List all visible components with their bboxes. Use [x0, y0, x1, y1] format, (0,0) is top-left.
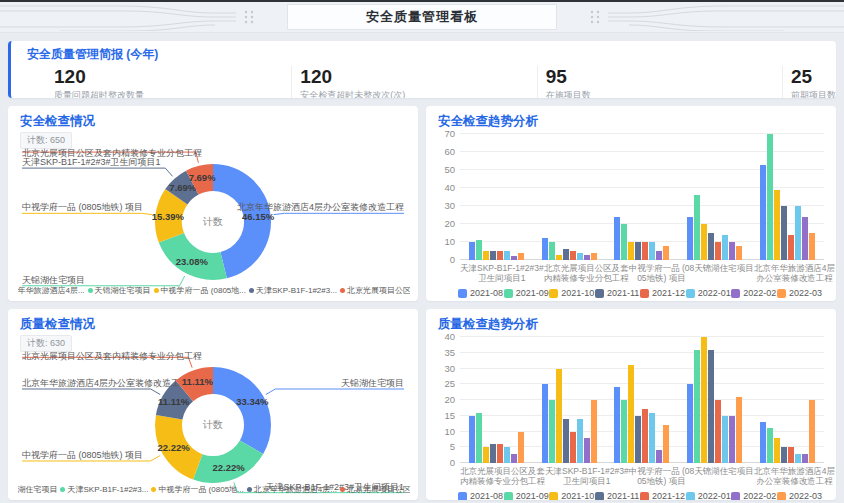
legend-item[interactable]: 2022-02 [731, 491, 776, 500]
bar[interactable] [736, 397, 742, 463]
bar[interactable] [722, 416, 728, 463]
bar[interactable] [511, 454, 517, 463]
bar[interactable] [649, 413, 655, 463]
bar[interactable] [687, 217, 693, 260]
bar[interactable] [584, 438, 590, 463]
bar[interactable] [701, 224, 707, 260]
bar[interactable] [809, 233, 815, 260]
bar[interactable] [563, 419, 569, 463]
bar[interactable] [722, 235, 728, 260]
legend-item[interactable]: 2021-12 [640, 288, 685, 298]
legend-item[interactable]: 北京光展项目公区及套... [340, 285, 410, 296]
legend-item[interactable]: 2022-01 [686, 288, 731, 298]
bar[interactable] [788, 235, 794, 260]
legend-item[interactable]: 2021-11 [595, 491, 639, 500]
bar[interactable] [715, 400, 721, 463]
bar[interactable] [504, 447, 510, 463]
legend-item[interactable]: 中视学府一品 (0805地... [151, 484, 243, 495]
bar[interactable] [687, 384, 693, 463]
bar[interactable] [802, 217, 808, 260]
bar[interactable] [614, 217, 620, 260]
bar[interactable] [701, 337, 707, 463]
legend-item[interactable]: 中视学府一品 (0805地... [154, 285, 246, 296]
bar[interactable] [642, 409, 648, 463]
bar[interactable] [767, 428, 773, 463]
legend-item[interactable]: 2022-03 [777, 491, 822, 500]
bar[interactable] [736, 246, 742, 260]
bar[interactable] [563, 249, 569, 260]
legend-item[interactable]: 北京光展项目公区及套... [340, 484, 410, 495]
bar[interactable] [577, 419, 583, 463]
legend-item[interactable]: 2022-01 [686, 491, 731, 500]
bar[interactable] [774, 190, 780, 260]
bar[interactable] [570, 432, 576, 464]
legend-item[interactable]: 2022-03 [777, 288, 822, 298]
legend-item[interactable]: 天锦湖住宅项目 [88, 285, 151, 296]
bar[interactable] [774, 438, 780, 463]
bar[interactable] [649, 242, 655, 260]
bar[interactable] [591, 400, 597, 463]
bar[interactable] [708, 233, 714, 260]
bar[interactable] [556, 369, 562, 464]
bar[interactable] [577, 253, 583, 260]
bar[interactable] [621, 400, 627, 463]
bar[interactable] [795, 454, 801, 463]
bar[interactable] [663, 425, 669, 463]
bar[interactable] [518, 253, 524, 260]
legend-item[interactable]: 天津SKP-B1F-1#2#3... [249, 285, 337, 296]
legend-item[interactable]: 北京年华旅游酒店4层... [247, 484, 337, 495]
bar[interactable] [760, 165, 766, 260]
bar[interactable] [476, 240, 482, 260]
bar[interactable] [781, 206, 787, 260]
bar[interactable] [642, 242, 648, 260]
bar[interactable] [584, 255, 590, 260]
bar[interactable] [476, 413, 482, 463]
bar[interactable] [621, 224, 627, 260]
bar[interactable] [656, 251, 662, 260]
bar[interactable] [556, 255, 562, 260]
legend-item[interactable]: 天津SKP-B1F-1#2#3... [60, 484, 148, 495]
bar[interactable] [715, 242, 721, 260]
bar[interactable] [518, 432, 524, 464]
legend-item[interactable]: 2021-08 [458, 288, 503, 298]
bar[interactable] [795, 206, 801, 260]
bar[interactable] [708, 350, 714, 463]
bar[interactable] [781, 447, 787, 463]
bar[interactable] [497, 444, 503, 463]
bar[interactable] [483, 447, 489, 463]
bar[interactable] [628, 365, 634, 463]
bar[interactable] [542, 384, 548, 463]
bar[interactable] [549, 400, 555, 463]
bar[interactable] [542, 238, 548, 260]
bar[interactable] [490, 251, 496, 260]
bar[interactable] [729, 242, 735, 260]
bar[interactable] [694, 195, 700, 260]
bar[interactable] [809, 400, 815, 463]
bar[interactable] [635, 416, 641, 463]
legend-item[interactable]: 2021-12 [640, 491, 685, 500]
legend-item[interactable]: 北京年华旅游酒店4层... [18, 285, 85, 296]
bar[interactable] [760, 422, 766, 463]
legend-item[interactable]: 2021-11 [595, 288, 639, 298]
bar[interactable] [497, 251, 503, 260]
bar[interactable] [788, 447, 794, 463]
bar[interactable] [635, 242, 641, 260]
bar[interactable] [663, 246, 669, 260]
legend-item[interactable]: 2021-10 [549, 491, 594, 500]
bar[interactable] [549, 242, 555, 260]
legend-item[interactable]: 2021-09 [504, 288, 549, 298]
bar[interactable] [767, 134, 773, 260]
bar[interactable] [469, 242, 475, 260]
legend-item[interactable]: 2022-02 [731, 288, 776, 298]
legend-item[interactable]: 2021-08 [458, 491, 503, 500]
legend-item[interactable]: 2021-09 [504, 491, 549, 500]
bar[interactable] [694, 350, 700, 463]
donut-slice[interactable] [213, 367, 271, 454]
legend-item[interactable]: 天锦湖住宅项目 [18, 484, 57, 495]
bar[interactable] [729, 416, 735, 463]
bar[interactable] [628, 242, 634, 260]
legend-item[interactable]: 2021-10 [549, 288, 594, 298]
bar[interactable] [504, 251, 510, 260]
bar[interactable] [511, 256, 517, 260]
bar[interactable] [656, 450, 662, 463]
